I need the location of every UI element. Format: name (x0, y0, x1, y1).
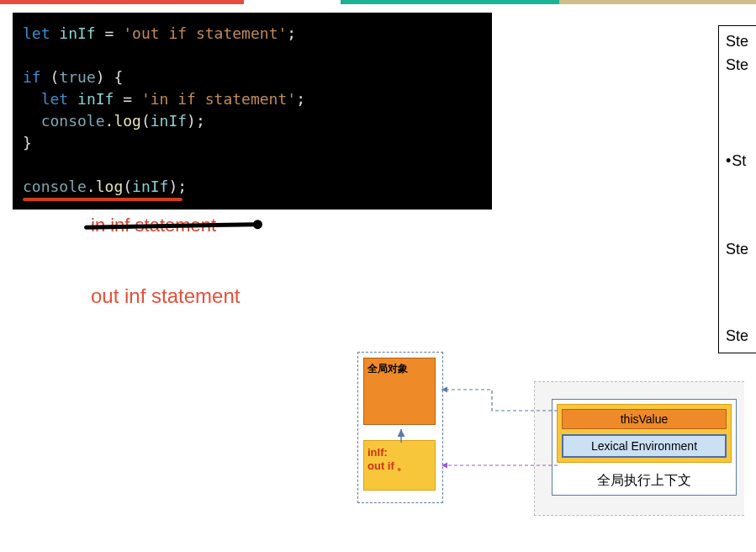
context-label: 全局执行上下文 (552, 467, 736, 495)
step-5: Ste (726, 327, 748, 345)
bar-seg-gold (559, 0, 756, 4)
context-body: thisValue Lexical Environment (557, 404, 732, 463)
execution-context: thisValue Lexical Environment 全局执行上下文 (552, 399, 737, 496)
global-object-box: 全局对象 (363, 358, 436, 425)
code-block: let inIf = 'out if statement'; if (true)… (13, 13, 492, 210)
correct-output: out inf statement (91, 284, 240, 308)
step-2: Ste (726, 56, 748, 74)
record-val: out if 。 (367, 459, 408, 472)
accent-bar (0, 0, 756, 4)
kw-if: if (23, 68, 41, 86)
env-record-box: inIf: out if 。 (363, 440, 436, 491)
this-value-box: thisValue (562, 409, 727, 429)
kw-true: true (59, 68, 95, 86)
step-4: Ste (726, 241, 748, 258)
lexical-env-box: Lexical Environment (562, 434, 727, 458)
callstack-area: thisValue Lexical Environment 全局执行上下文 (534, 381, 744, 516)
step-3: St (726, 152, 746, 170)
bar-seg-gap (244, 0, 341, 4)
record-var: inIf: (367, 446, 388, 459)
kw-let: let (23, 24, 50, 42)
step-1: Ste (726, 33, 748, 50)
steps-panel: Ste Ste St Ste Ste (718, 25, 756, 353)
underline-annotation (23, 198, 182, 201)
bar-seg-red (0, 0, 244, 4)
heap-area: 全局对象 inIf: out if 。 (357, 352, 443, 503)
string: 'out if statement' (123, 24, 287, 42)
var-inif: inIf (59, 24, 95, 42)
bar-seg-teal (341, 0, 559, 4)
